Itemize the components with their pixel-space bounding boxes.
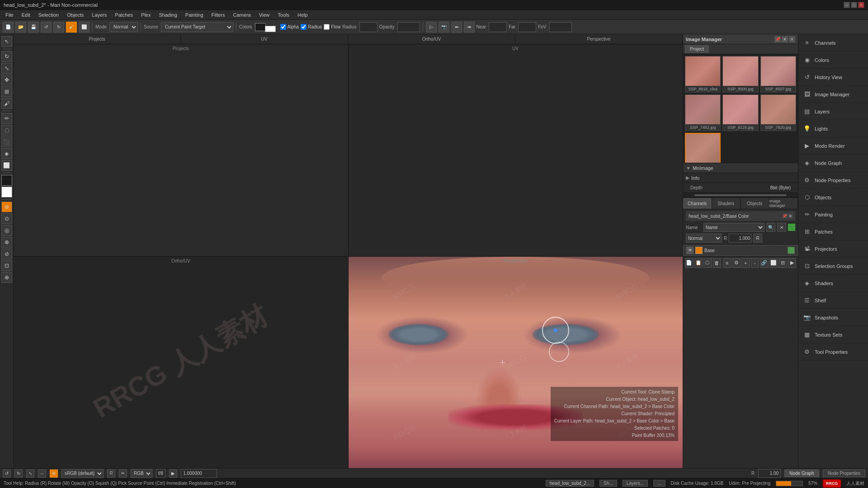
tool-new[interactable]: 📄 (3, 22, 14, 33)
tab-project[interactable]: Project (685, 45, 709, 53)
tool-option2[interactable]: ⬜ (79, 22, 90, 33)
viewport-orthouv[interactable]: Ortho/UV RRCG 人人素材 (14, 257, 348, 469)
menu-patches[interactable]: Patches (111, 11, 137, 19)
tool-select[interactable]: ↖ (1, 36, 12, 47)
close-button[interactable]: ✕ (858, 2, 864, 8)
bottom-tab-3[interactable]: Layers... (623, 480, 648, 487)
sidebar-objects[interactable]: ⬡ Objects (798, 189, 868, 206)
layer-tool-2[interactable]: 📋 (694, 258, 703, 268)
layer-item-option[interactable] (788, 247, 795, 254)
tab-shaders[interactable]: Shaders (712, 198, 741, 209)
sidebar-projectors[interactable]: 📽 Projectors (798, 240, 868, 258)
tool-erase[interactable]: ◌ (1, 125, 12, 136)
node-graph-tab[interactable]: Node Graph (784, 469, 819, 477)
ng-tool-4[interactable]: ↔ (38, 469, 46, 478)
tool-save[interactable]: 💾 (28, 22, 39, 33)
sidebar-modo-render[interactable]: ▶ Modo Render (798, 137, 868, 155)
tool-stamp[interactable]: ⊕ (1, 202, 12, 212)
tool-open[interactable]: 📂 (15, 22, 26, 33)
tab-channels[interactable]: Channels (683, 198, 712, 209)
img-thumb-3[interactable]: SSP_7452.jpg (685, 94, 721, 131)
sidebar-node-properties[interactable]: ⚙ Node Properties (798, 172, 868, 189)
r-button[interactable]: R (107, 469, 115, 478)
menu-help[interactable]: Help (294, 11, 311, 19)
viewport-projects[interactable]: Projects (14, 44, 348, 256)
layer-tool-more[interactable]: ▶ (788, 258, 797, 268)
near-input[interactable] (489, 22, 507, 32)
ng-tool-1[interactable]: ↺ (3, 469, 11, 478)
sidebar-selection-groups[interactable]: ⊡ Selection Groups (798, 258, 868, 275)
camera-btn[interactable]: 📷 (439, 22, 449, 33)
mn-image-info[interactable]: ▶ Info (683, 173, 798, 183)
sidebar-tool-properties[interactable]: ⚙ Tool Properties (798, 343, 868, 361)
channel-mode-select[interactable]: RGB (131, 469, 152, 478)
tool-move[interactable]: ✥ (1, 75, 12, 85)
flow-checkbox[interactable]: Flow (324, 24, 340, 30)
tool-rotate[interactable]: ↻ (1, 51, 12, 62)
img-thumb-4[interactable]: SSP_8126.jpg (722, 94, 758, 131)
nav-btn2[interactable]: ➡ (464, 22, 475, 33)
img-mgr-pin[interactable]: 📌 (774, 36, 781, 42)
sidebar-painting[interactable]: ✏ Painting (798, 206, 868, 223)
sidebar-colors[interactable]: ◉ Colors (798, 52, 868, 69)
ng-tool-3[interactable]: ⤡ (26, 469, 34, 478)
layer-visibility[interactable]: 👁 (686, 247, 693, 254)
menu-filters[interactable]: Filters (208, 11, 229, 19)
value-input[interactable] (181, 469, 217, 478)
layer-tool-4[interactable]: 🗑 (713, 258, 722, 268)
bottom-tab-4[interactable]: ... (653, 480, 665, 487)
tool-extra2[interactable]: ◎ (1, 225, 12, 236)
tool-grid[interactable]: ⊡ (1, 260, 12, 271)
sidebar-layers[interactable]: ▤ Layers (798, 103, 868, 120)
mn-image-header[interactable]: ▼ MnImage (683, 163, 798, 173)
menu-file[interactable]: File (2, 11, 17, 19)
radius-input[interactable]: 52 (359, 22, 377, 32)
layer-tool-minus[interactable]: - (751, 258, 760, 268)
menu-tools[interactable]: Tools (274, 11, 293, 19)
far-input[interactable] (518, 22, 536, 32)
menu-layers[interactable]: Layers (88, 11, 110, 19)
img-thumb-0[interactable]: SSP_8616_clea (685, 56, 721, 93)
tool-scale[interactable]: ⤡ (1, 63, 12, 74)
play-button[interactable]: ▶ (169, 469, 177, 478)
nav-btn1[interactable]: ⬅ (451, 22, 462, 33)
img-thumb-2[interactable]: SSP_8507.jpg (760, 56, 796, 93)
layer-tool-plus[interactable]: + (741, 258, 750, 268)
r-val[interactable] (758, 469, 781, 478)
img-thumb-6[interactable]: SSP_7820.jpg (685, 133, 721, 163)
img-mgr-close[interactable]: ✕ (789, 36, 795, 42)
ng-tool-2[interactable]: ↻ (14, 469, 23, 478)
sidebar-history-view[interactable]: ↺ History View (798, 69, 868, 86)
tool-extra1[interactable]: ⊙ (1, 213, 12, 224)
sidebar-node-graph[interactable]: ◈ Node Graph (798, 155, 868, 172)
sidebar-shelf[interactable]: ☰ Shelf (798, 292, 868, 309)
layer-name-search[interactable]: 🔍 (766, 223, 775, 232)
bottom-tab-2[interactable]: Sh... (599, 480, 617, 487)
layer-tool-1[interactable]: 📄 (685, 258, 693, 268)
tool-extra5[interactable]: ⊕ (1, 272, 12, 283)
radius-checkbox[interactable]: Radius (301, 24, 322, 30)
alpha-checkbox[interactable]: Alpha (280, 24, 299, 30)
background-color[interactable] (265, 26, 276, 32)
tool-smear[interactable]: ⬜ (1, 160, 12, 171)
tool-extra4[interactable]: ⊘ (1, 249, 12, 259)
pick-tool[interactable]: ✏ (119, 469, 127, 478)
tool-clone[interactable]: ◈ (1, 148, 12, 159)
render-btn[interactable]: ▷ (426, 22, 437, 33)
layer-r-button[interactable]: R (753, 234, 762, 243)
tool-undo[interactable]: ↺ (41, 22, 52, 33)
layer-blend-select[interactable]: Normal (686, 234, 722, 243)
opacity-input[interactable]: 0.996 (397, 22, 420, 32)
sidebar-texture-sets[interactable]: ▦ Texture Sets (798, 326, 868, 343)
menu-plex[interactable]: Plex (137, 11, 154, 19)
tool-fill[interactable]: ⬛ (1, 136, 12, 147)
layer-color-swatch[interactable] (695, 247, 703, 254)
layer-r-input[interactable] (729, 234, 751, 243)
source-select[interactable]: Current Paint Target (161, 22, 233, 32)
colorspace-select[interactable]: sRGB (default) (61, 469, 104, 478)
sidebar-image-manager[interactable]: 🖼 Image Manager (798, 86, 868, 103)
layer-ctrl-pin[interactable]: 📌 (783, 214, 787, 218)
menu-selection[interactable]: Selection (35, 11, 62, 19)
tab-objects[interactable]: Objects (741, 198, 769, 209)
minimize-button[interactable]: ─ (844, 2, 850, 8)
